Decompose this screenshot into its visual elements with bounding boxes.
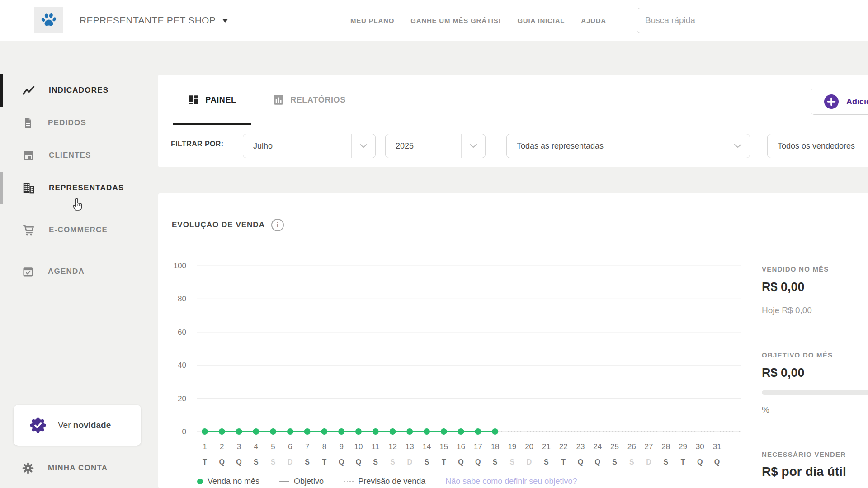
representadas-dropdown[interactable]: Todas as representadas	[506, 134, 750, 158]
building-icon	[22, 181, 35, 195]
year-dropdown[interactable]: 2025	[385, 134, 486, 158]
vendedores-dropdown[interactable]: Todos os vendedores	[767, 134, 868, 158]
novelty-button[interactable]: Ver novidade	[14, 405, 141, 446]
svg-text:Q: Q	[714, 458, 720, 466]
tab-painel[interactable]: PAINEL	[173, 75, 251, 125]
svg-text:80: 80	[178, 295, 186, 303]
kpi-label: OBJETIVO DO MÊS	[762, 351, 833, 359]
svg-text:Q: Q	[578, 458, 583, 466]
svg-text:100: 100	[174, 262, 186, 270]
svg-text:2: 2	[220, 442, 224, 451]
tab-label: RELATÓRIOS	[290, 95, 346, 105]
kpi-label: VENDIDO NO MÊS	[762, 265, 829, 273]
legend-item: Objetivo	[279, 477, 324, 486]
svg-text:28: 28	[661, 442, 670, 451]
sales-evolution-card: EVOLUÇÃO DE VENDA i 0204060801001T2Q3Q4S…	[158, 193, 868, 488]
month-dropdown[interactable]: Julho	[243, 134, 376, 158]
legend-marker	[197, 479, 203, 484]
logo	[34, 7, 63, 33]
svg-text:D: D	[527, 458, 532, 466]
svg-text:24: 24	[593, 442, 602, 451]
nav-ganhe-um-mes-gratis[interactable]: GANHE UM MÊS GRÁTIS!	[410, 17, 501, 24]
kpi-sub: %	[762, 405, 769, 415]
sidebar-item-representadas[interactable]: REPRESENTADAS	[22, 179, 124, 197]
hand-cursor	[71, 197, 85, 211]
svg-text:1: 1	[203, 442, 207, 451]
line-chart-icon	[22, 84, 35, 96]
chart-legend: Venda no mêsObjetivoPrevisão de vendaNão…	[197, 477, 577, 486]
add-button[interactable]: Adicionar	[811, 89, 868, 115]
svg-text:D: D	[646, 458, 651, 466]
gridlines	[197, 266, 741, 432]
active-tab-underline	[173, 123, 251, 125]
svg-text:14: 14	[423, 442, 431, 451]
calendar-check-icon	[22, 265, 34, 278]
sidebar-item-ecommerce[interactable]: E-COMMERCE	[22, 221, 108, 239]
top-nav: MEU PLANO GANHE UM MÊS GRÁTIS! GUIA INIC…	[350, 0, 606, 41]
svg-text:8: 8	[322, 442, 326, 451]
svg-text:T: T	[681, 458, 685, 466]
kpi-value: R$ 0,00	[762, 366, 805, 380]
objective-help-link[interactable]: Não sabe como definir seu objetivo?	[445, 477, 577, 486]
svg-text:20: 20	[178, 394, 186, 403]
sidebar-item-clientes[interactable]: CLIENTES	[22, 146, 91, 164]
svg-text:T: T	[442, 458, 446, 466]
nav-meu-plano[interactable]: MEU PLANO	[350, 17, 394, 24]
dropdown-value: Todos os vendedores	[778, 141, 855, 151]
svg-text:S: S	[544, 458, 549, 466]
sidebar-item-label: MINHA CONTA	[48, 464, 108, 473]
svg-text:S: S	[612, 458, 617, 466]
legend-marker	[344, 481, 354, 482]
svg-text:S: S	[305, 458, 310, 466]
svg-text:30: 30	[696, 442, 704, 451]
company-name: REPRESENTANTE PET SHOP	[80, 15, 216, 26]
svg-text:T: T	[322, 458, 326, 466]
svg-text:Q: Q	[475, 458, 481, 466]
svg-text:3: 3	[237, 442, 241, 451]
search-input[interactable]	[637, 8, 868, 33]
nav-guia-inicial[interactable]: GUIA INICIAL	[517, 17, 565, 24]
sidebar-item-minha-conta[interactable]: MINHA CONTA	[22, 459, 108, 477]
svg-text:D: D	[407, 458, 412, 466]
dashboard-grid-icon	[188, 94, 199, 106]
sidebar-item-agenda[interactable]: AGENDA	[22, 263, 85, 281]
kpi-value: R$ 0,00	[762, 280, 805, 294]
svg-text:D: D	[288, 458, 293, 466]
svg-text:S: S	[271, 458, 276, 466]
gear-icon	[22, 462, 34, 474]
paw-icon	[39, 11, 58, 30]
svg-text:5: 5	[271, 442, 275, 451]
bar-chart-icon	[273, 94, 284, 106]
svg-text:S: S	[373, 458, 378, 466]
svg-text:S: S	[390, 458, 395, 466]
svg-text:Q: Q	[697, 458, 703, 466]
tab-label: PAINEL	[205, 95, 236, 105]
legend-marker	[279, 481, 289, 482]
svg-text:25: 25	[610, 442, 619, 451]
svg-text:S: S	[629, 458, 634, 466]
sidebar-item-label: PEDIDOS	[48, 118, 86, 127]
svg-text:60: 60	[178, 328, 186, 337]
sidebar-item-label: AGENDA	[48, 267, 85, 276]
chevron-down-icon	[351, 134, 375, 158]
svg-text:7: 7	[305, 442, 309, 451]
svg-text:Q: Q	[236, 458, 241, 466]
nav-ajuda[interactable]: AJUDA	[581, 17, 606, 24]
badge-check-icon	[29, 416, 47, 434]
sidebar-item-label: CLIENTES	[49, 151, 91, 160]
sidebar-item-indicadores[interactable]: INDICADORES	[22, 81, 108, 99]
sidebar-item-label: INDICADORES	[49, 86, 108, 95]
svg-text:9: 9	[339, 442, 343, 451]
kpi-value: R$ por dia útil	[762, 465, 846, 479]
svg-text:19: 19	[508, 442, 516, 451]
tabs-filters-panel: PAINEL RELATÓRIOS Adicionar FILTRAR POR:…	[158, 75, 868, 167]
svg-text:6: 6	[288, 442, 292, 451]
dropdown-value: Todas as representadas	[517, 141, 604, 151]
objective-progress-bar	[762, 390, 868, 395]
tab-relatorios[interactable]: RELATÓRIOS	[261, 75, 357, 125]
sidebar-item-pedidos[interactable]: PEDIDOS	[22, 114, 86, 132]
active-item-indicator	[0, 74, 3, 107]
svg-text:Q: Q	[594, 458, 600, 466]
company-switcher[interactable]: REPRESENTANTE PET SHOP	[34, 7, 228, 33]
dropdown-value: 2025	[396, 141, 414, 151]
